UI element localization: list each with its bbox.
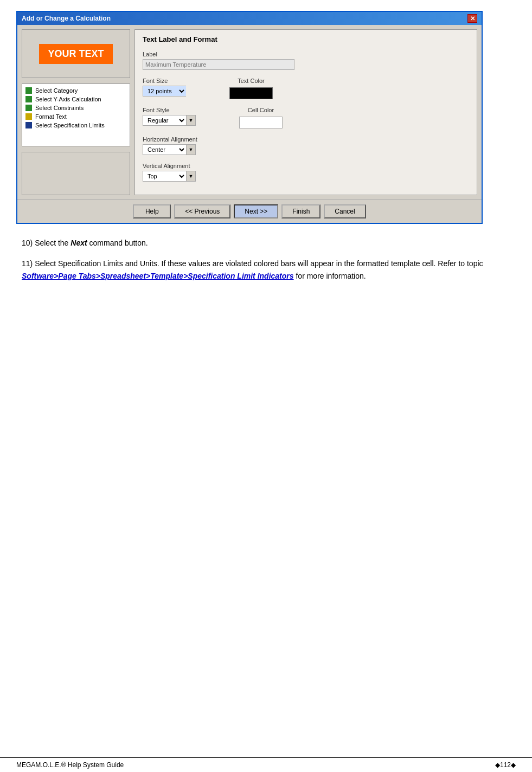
step-10-bold: Next: [70, 239, 87, 247]
nav-item-format-text[interactable]: Format Text: [25, 113, 126, 120]
label-field-label: Label: [143, 51, 469, 57]
step-11-number: 11): [22, 259, 33, 268]
step-11: 11) Select Specification Limits and Unit…: [22, 258, 510, 282]
nav-item-label-3: Select Constraints: [35, 105, 84, 111]
cancel-button[interactable]: Cancel: [324, 204, 366, 218]
horizontal-alignment-row: Horizontal Alignment Center ▼: [143, 136, 469, 155]
step-11-text-after: for more information.: [294, 272, 366, 280]
font-style-col: Font Style Regular ▼: [143, 107, 196, 126]
nav-item-select-yaxis[interactable]: Select Y-Axis Calculation: [25, 96, 126, 102]
font-size-select[interactable]: 12 points: [143, 86, 186, 97]
cell-color-col: Cell Color: [239, 107, 283, 128]
help-button[interactable]: Help: [133, 204, 171, 218]
nav-item-select-constraints[interactable]: Select Constraints: [25, 105, 126, 111]
dot-icon-green-2: [25, 96, 32, 102]
footer-page: ◆112◆: [495, 761, 516, 769]
font-size-select-wrapper: 12 points: [143, 86, 186, 97]
label-input[interactable]: [143, 59, 294, 70]
font-size-label: Font Size: [143, 78, 186, 84]
vertical-alignment-select[interactable]: Top: [143, 171, 186, 182]
dot-icon-blue: [25, 122, 32, 128]
cell-color-label: Cell Color: [239, 107, 283, 113]
previous-button[interactable]: << Previous: [174, 204, 230, 218]
horizontal-alignment-select-wrapper: Center ▼: [143, 144, 469, 155]
font-style-select-wrapper: Regular ▼: [143, 115, 196, 126]
step-10-text-after: command button.: [87, 239, 148, 247]
step-10-number: 10): [22, 239, 33, 247]
step-11-text-before: Select Specification Limits and Units. I…: [35, 259, 483, 268]
nav-item-select-spec-limits[interactable]: Select Specification Limits: [25, 122, 126, 128]
right-panel: Text Label and Format Label Font Size 12: [134, 29, 477, 195]
nav-items-list: Select Category Select Y-Axis Calculatio…: [22, 83, 130, 146]
text-color-swatch[interactable]: [229, 87, 273, 99]
page-footer: MEGAM.O.L.E.® Help System Guide ◆112◆: [0, 757, 532, 772]
bottom-preview-box: [22, 152, 130, 195]
add-change-calculation-dialog: Add or Change a Calculation ✕ YOUR TEXT …: [16, 11, 483, 224]
nav-item-label-5: Select Specification Limits: [35, 122, 105, 128]
spec-limits-link[interactable]: Software>Page Tabs>Spreadsheet>Template>…: [22, 272, 294, 280]
dialog-wrapper: Add or Change a Calculation ✕ YOUR TEXT …: [16, 11, 516, 224]
vertical-alignment-dropdown-arrow[interactable]: ▼: [186, 171, 196, 182]
dialog-footer: Help << Previous Next >> Finish Cancel: [17, 200, 482, 223]
step-10: 10) Select the Next command button.: [22, 237, 510, 249]
dot-icon-yellow: [25, 113, 32, 120]
text-color-col: Text Color: [229, 78, 273, 99]
text-color-label: Text Color: [229, 78, 273, 84]
dot-icon-green-3: [25, 105, 32, 111]
your-text-button[interactable]: YOUR TEXT: [39, 44, 112, 64]
horizontal-alignment-select[interactable]: Center: [143, 144, 186, 155]
font-size-col: Font Size 12 points: [143, 78, 186, 97]
footer-brand: MEGAM.O.L.E.® Help System Guide: [16, 761, 124, 769]
dialog-close-button[interactable]: ✕: [467, 14, 477, 23]
horizontal-alignment-dropdown-arrow[interactable]: ▼: [186, 144, 196, 155]
dialog-titlebar: Add or Change a Calculation ✕: [17, 12, 482, 25]
dot-icon-green-1: [25, 87, 32, 94]
font-style-label: Font Style: [143, 107, 196, 113]
horizontal-alignment-label: Horizontal Alignment: [143, 136, 469, 143]
step-10-text-before: Select the: [35, 239, 70, 247]
dialog-body: YOUR TEXT Select Category Select Y-Axis …: [17, 25, 482, 200]
left-panel: YOUR TEXT Select Category Select Y-Axis …: [22, 29, 130, 195]
vertical-alignment-row: Vertical Alignment Top ▼: [143, 163, 469, 182]
font-style-select[interactable]: Regular: [143, 115, 186, 126]
nav-item-label-2: Select Y-Axis Calculation: [35, 96, 101, 102]
nav-item-label-4: Format Text: [35, 113, 67, 120]
vertical-alignment-label: Vertical Alignment: [143, 163, 469, 169]
preview-box: YOUR TEXT: [22, 29, 130, 78]
label-field-row: Label: [143, 51, 469, 70]
font-size-text-color-row: Font Size 12 points Text Color: [143, 78, 469, 99]
font-style-cell-color-row: Font Style Regular ▼ Cell Color: [143, 107, 469, 128]
finish-button[interactable]: Finish: [281, 204, 321, 218]
next-button[interactable]: Next >>: [234, 204, 278, 218]
font-style-dropdown-arrow[interactable]: ▼: [186, 115, 196, 126]
nav-item-label-1: Select Category: [35, 87, 78, 94]
cell-color-swatch[interactable]: [239, 117, 283, 128]
right-panel-title: Text Label and Format: [143, 35, 469, 43]
nav-item-select-category[interactable]: Select Category: [25, 87, 126, 94]
dialog-title: Add or Change a Calculation: [22, 15, 111, 22]
body-content: 10) Select the Next command button. 11) …: [16, 237, 516, 291]
vertical-alignment-select-wrapper: Top ▼: [143, 171, 469, 182]
